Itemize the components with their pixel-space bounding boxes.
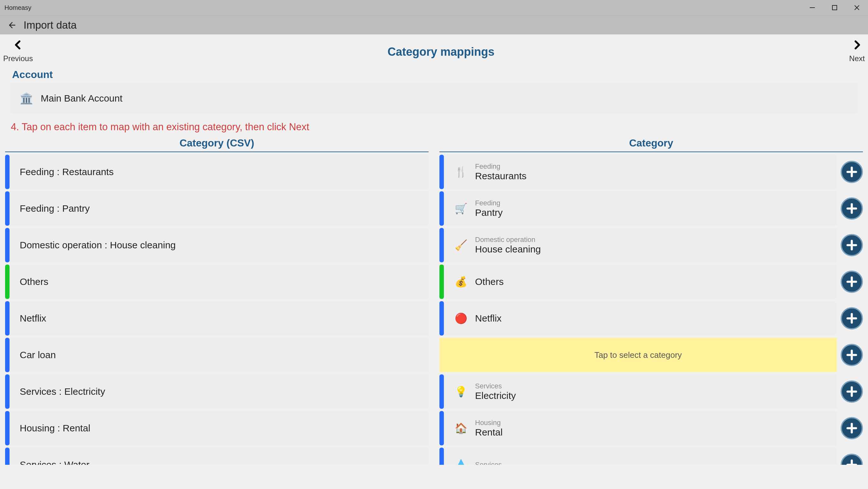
category-card[interactable]: 🍴FeedingRestaurants [439,155,837,189]
account-section-heading: Account [2,69,866,84]
account-name: Main Bank Account [41,93,123,104]
previous-button[interactable]: Previous [2,39,34,63]
color-stripe [5,191,9,226]
category-column-heading: Category [439,137,863,152]
svg-rect-1 [832,5,837,10]
add-category-button[interactable] [841,234,863,256]
back-button[interactable] [4,18,20,33]
csv-item-label: Car loan [20,350,56,361]
csv-item[interactable]: Housing : Rental [5,411,429,445]
color-stripe [439,264,444,299]
csv-item-label: Feeding : Restaurants [20,167,114,177]
plus-icon [845,458,858,465]
header-bar: Import data [0,15,868,34]
color-stripe [439,228,444,262]
instruction-text: 4. Tap on each item to map with an exist… [2,118,866,137]
window-maximize-button[interactable] [824,0,846,15]
plus-icon [845,385,858,398]
category-row: 🔴Netflix [439,301,863,336]
category-card[interactable]: 🔴Netflix [439,301,837,336]
window-minimize-button[interactable] [801,0,824,15]
category-row: Tap to select a category [439,338,863,372]
csv-item[interactable]: Others [5,264,429,299]
color-stripe [5,448,9,465]
csv-item-label: Feeding : Pantry [20,203,90,214]
category-icon: 💡 [454,385,468,398]
previous-label: Previous [3,54,33,63]
category-row: 🍴FeedingRestaurants [439,155,863,189]
category-card[interactable]: 💡ServicesElectricity [439,374,837,409]
csv-item-label: Others [20,276,49,287]
plus-icon [845,239,858,252]
category-child: Rental [475,427,503,438]
category-icon: 💰 [454,276,468,288]
add-category-button[interactable] [841,161,863,183]
color-stripe [5,155,9,189]
add-category-button[interactable] [841,197,863,220]
category-row: 🛒FeedingPantry [439,191,863,226]
category-placeholder: Tap to select a category [594,350,682,360]
add-category-button[interactable] [841,454,863,465]
color-stripe [439,374,444,409]
app-title: Homeasy [4,4,31,11]
csv-item[interactable]: Feeding : Pantry [5,191,429,226]
color-stripe [5,411,9,445]
color-stripe [5,228,9,262]
add-category-button[interactable] [841,380,863,403]
category-card[interactable]: 🏠HousingRental [439,411,837,445]
color-stripe [5,374,9,409]
next-label: Next [849,54,865,63]
chevron-right-icon [851,39,862,52]
category-parent: Domestic operation [475,236,541,244]
category-child: Electricity [475,390,516,401]
category-row: 💰Others [439,264,863,299]
category-row: 💡ServicesElectricity [439,374,863,409]
category-label: Netflix [475,313,501,324]
category-parent: Housing [475,419,503,427]
add-category-button[interactable] [841,417,863,439]
category-parent: Feeding [475,162,527,171]
category-icon: 🍴 [454,166,468,178]
category-row: 💧Services [439,448,863,465]
plus-icon [845,349,858,361]
category-row: 🏠HousingRental [439,411,863,445]
color-stripe [5,264,9,299]
color-stripe [439,448,444,465]
plus-icon [845,166,858,178]
add-category-button[interactable] [841,344,863,366]
category-card[interactable]: 🛒FeedingPantry [439,191,837,226]
next-button[interactable]: Next [848,39,866,63]
page-title: Import data [24,19,77,31]
csv-item[interactable]: Domestic operation : House cleaning [5,228,429,262]
color-stripe [439,191,444,226]
plus-icon [845,202,858,215]
category-card[interactable]: 🧹Domestic operationHouse cleaning [439,228,837,262]
category-unselected[interactable]: Tap to select a category [439,338,837,372]
csv-item[interactable]: Feeding : Restaurants [5,155,429,189]
csv-item-label: Services : Electricity [20,386,105,397]
category-label: Others [475,276,504,287]
category-row: 🧹Domestic operationHouse cleaning [439,228,863,262]
category-parent: Services [475,461,502,465]
category-child: Pantry [475,207,503,218]
category-column: Category 🍴FeedingRestaurants🛒FeedingPant… [439,137,863,465]
plus-icon [845,276,858,288]
category-child: House cleaning [475,244,541,255]
csv-item-label: Domestic operation : House cleaning [20,240,176,251]
category-card[interactable]: 💧Services [439,448,837,465]
category-icon: 🔴 [454,312,468,324]
wizard-nav: Previous Category mappings Next [2,34,866,69]
csv-item[interactable]: Services : Water [5,448,429,465]
account-card[interactable]: 🏛️ Main Bank Account [11,84,857,113]
plus-icon [845,422,858,435]
category-icon: 🧹 [454,239,468,251]
add-category-button[interactable] [841,270,863,293]
category-card[interactable]: 💰Others [439,264,837,299]
csv-item-label: Housing : Rental [20,423,90,434]
csv-item[interactable]: Car loan [5,338,429,372]
csv-item[interactable]: Netflix [5,301,429,336]
color-stripe [439,411,444,445]
add-category-button[interactable] [841,307,863,329]
window-close-button[interactable] [846,0,868,15]
csv-item[interactable]: Services : Electricity [5,374,429,409]
